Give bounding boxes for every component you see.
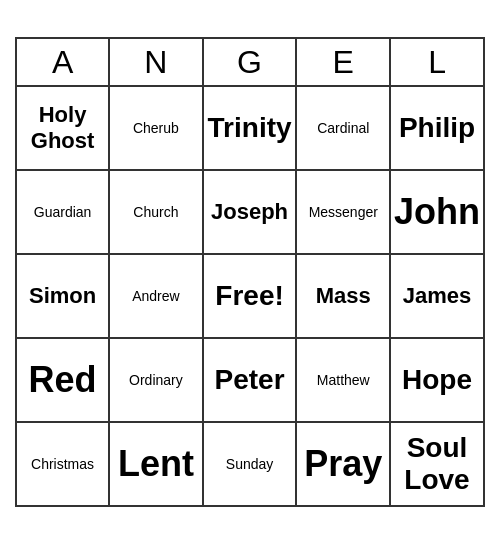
cell-r0-c0: Holy Ghost	[16, 86, 109, 170]
cell-r1-c0: Guardian	[16, 170, 109, 254]
header-col-n: N	[109, 38, 202, 86]
cell-r1-c1: Church	[109, 170, 202, 254]
cell-r3-c1: Ordinary	[109, 338, 202, 422]
table-row: Holy GhostCherubTrinityCardinalPhilip	[16, 86, 484, 170]
header-col-e: E	[296, 38, 390, 86]
table-row: ChristmasLentSundayPraySoul Love	[16, 422, 484, 506]
table-row: RedOrdinaryPeterMatthewHope	[16, 338, 484, 422]
cell-r0-c2: Trinity	[203, 86, 297, 170]
cell-r0-c3: Cardinal	[296, 86, 390, 170]
cell-r4-c4: Soul Love	[390, 422, 484, 506]
cell-r3-c4: Hope	[390, 338, 484, 422]
header-col-g: G	[203, 38, 297, 86]
cell-r3-c2: Peter	[203, 338, 297, 422]
cell-r1-c4: John	[390, 170, 484, 254]
cell-r0-c4: Philip	[390, 86, 484, 170]
cell-r1-c2: Joseph	[203, 170, 297, 254]
cell-r4-c0: Christmas	[16, 422, 109, 506]
cell-r4-c2: Sunday	[203, 422, 297, 506]
cell-r4-c1: Lent	[109, 422, 202, 506]
header-col-a: A	[16, 38, 109, 86]
cell-r1-c3: Messenger	[296, 170, 390, 254]
cell-r3-c0: Red	[16, 338, 109, 422]
header-col-l: L	[390, 38, 484, 86]
cell-r2-c1: Andrew	[109, 254, 202, 338]
cell-r2-c3: Mass	[296, 254, 390, 338]
table-row: SimonAndrewFree!MassJames	[16, 254, 484, 338]
bingo-card: ANGEL Holy GhostCherubTrinityCardinalPhi…	[15, 37, 485, 507]
table-row: GuardianChurchJosephMessengerJohn	[16, 170, 484, 254]
cell-r2-c4: James	[390, 254, 484, 338]
cell-r2-c2: Free!	[203, 254, 297, 338]
cell-r0-c1: Cherub	[109, 86, 202, 170]
cell-r4-c3: Pray	[296, 422, 390, 506]
cell-r2-c0: Simon	[16, 254, 109, 338]
cell-r3-c3: Matthew	[296, 338, 390, 422]
